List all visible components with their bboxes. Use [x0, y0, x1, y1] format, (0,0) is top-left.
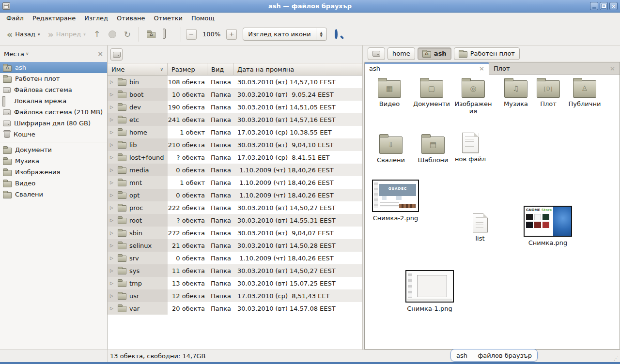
- table-row[interactable]: ▷ proc 222 обекта Папка 30.03.2010 (вт) …: [108, 201, 362, 214]
- stop-button[interactable]: [106, 29, 119, 40]
- zoom-out-button[interactable]: −: [186, 29, 197, 40]
- table-row[interactable]: ▷ sbin 272 обекта Папка 30.03.2010 (вт) …: [108, 227, 362, 239]
- table-row[interactable]: ▷ var 20 обекта Папка 30.03.2010 (вт) 14…: [108, 302, 362, 315]
- folder-music[interactable]: ♫ Музика: [497, 77, 534, 107]
- expander-icon[interactable]: ▷: [110, 205, 115, 210]
- table-row[interactable]: ▷ tmp 13 обекта Папка 30.03.2010 (вт) 15…: [108, 277, 362, 289]
- home-button[interactable]: ⌂: [144, 29, 158, 40]
- sidebar-close-icon[interactable]: ×: [97, 50, 103, 58]
- expander-icon[interactable]: ▷: [110, 155, 115, 160]
- expander-icon[interactable]: ▷: [110, 130, 115, 135]
- breadcrumb-root-button[interactable]: [368, 47, 385, 60]
- file-snimka-1-png[interactable]: Снимка-1.png: [403, 270, 456, 312]
- folder-templates[interactable]: ▤ Шаблони: [413, 134, 453, 164]
- column-header-size[interactable]: Размер: [168, 63, 207, 76]
- back-button[interactable]: « Назад ▾: [4, 29, 43, 40]
- table-row[interactable]: ▷ dev 190 обекта Папка 30.03.2010 (вт) 1…: [108, 101, 362, 113]
- folder-desktop[interactable]: [D] Плот: [533, 77, 563, 107]
- computer-button[interactable]: [160, 28, 176, 40]
- expander-icon[interactable]: ▷: [110, 142, 115, 147]
- expander-icon[interactable]: ▷: [110, 243, 115, 248]
- zoom-in-button[interactable]: +: [226, 29, 237, 40]
- titlebar[interactable]: ash — файлов браузър ×: [0, 0, 620, 13]
- menu-view[interactable]: Изглед: [80, 14, 112, 23]
- resize-grip-icon[interactable]: ⋰: [614, 356, 619, 361]
- search-button[interactable]: [335, 30, 342, 38]
- sidebar-item-downloads[interactable]: Свалени: [0, 189, 107, 200]
- breadcrumb-ash-button[interactable]: ⌂ ash: [418, 47, 451, 60]
- menu-help[interactable]: Помощ: [187, 14, 219, 23]
- table-row[interactable]: ▷ etc 241 обекта Папка 30.03.2010 (вт) 1…: [108, 113, 362, 126]
- reload-button[interactable]: ↻: [121, 29, 134, 40]
- file-new-file[interactable]: нов файл: [453, 133, 488, 163]
- sidebar-item-filesystem[interactable]: Файлова система: [0, 84, 107, 95]
- sidebar-item-pictures[interactable]: Изображения: [0, 167, 107, 178]
- expander-icon[interactable]: ▷: [110, 230, 115, 235]
- expander-icon[interactable]: ▷: [110, 79, 115, 84]
- table-row[interactable]: ▷ boot 10 обекта Папка 30.03.2010 (вт) 9…: [108, 88, 362, 101]
- expander-icon[interactable]: ▷: [110, 180, 115, 185]
- folder-documents[interactable]: ▢ Документи: [409, 77, 454, 107]
- sidebar-item-filesystem-210mb[interactable]: Файлова система (210 MB): [0, 106, 107, 118]
- sidebar-mode-select[interactable]: Места: [4, 50, 24, 58]
- back-history-caret-icon[interactable]: ▾: [38, 32, 40, 37]
- sidebar-item-videos[interactable]: Видео: [0, 178, 107, 189]
- expander-icon[interactable]: ▷: [110, 105, 115, 109]
- sidebar-item-documents[interactable]: Документи: [0, 144, 107, 155]
- menu-file[interactable]: Файл: [2, 14, 28, 23]
- column-header-name[interactable]: Име ∨: [108, 63, 168, 76]
- table-row[interactable]: ▷ sys 11 обекта Папка 30.03.2010 (вт) 14…: [108, 264, 362, 277]
- table-row[interactable]: ▷ mnt 1 обект Папка 1.10.2009 (чт) 18,40…: [108, 176, 362, 189]
- menu-edit[interactable]: Редактиране: [28, 14, 80, 23]
- view-mode-select[interactable]: Изглед като икони ▲▼: [243, 28, 327, 41]
- expander-icon[interactable]: ▷: [110, 117, 115, 122]
- expander-icon[interactable]: ▷: [110, 167, 115, 172]
- expander-icon[interactable]: ▷: [110, 293, 115, 298]
- table-row[interactable]: ▷ selinux 21 обекта Папка 30.03.2010 (вт…: [108, 239, 362, 252]
- breadcrumb-desktop-button[interactable]: Работен плот: [454, 47, 520, 60]
- expander-icon[interactable]: ▷: [110, 193, 115, 197]
- sidebar-mode-caret-icon[interactable]: ∨: [26, 51, 29, 56]
- close-button[interactable]: ×: [609, 2, 618, 10]
- file-snimka-2-png[interactable]: GUADEC Снимка-2.png: [371, 180, 420, 222]
- sidebar-item-local-network[interactable]: Локална мрежа: [0, 95, 107, 106]
- icon-view[interactable]: ▦ Видео ▢ Документи ◎ Изображения ♫ Музи…: [364, 75, 620, 349]
- file-list[interactable]: list: [462, 213, 498, 242]
- sidebar-item-trash[interactable]: Кошче: [0, 129, 107, 140]
- tab-ash[interactable]: ash ×: [364, 62, 489, 75]
- column-header-type[interactable]: Вид: [207, 63, 233, 76]
- table-row[interactable]: ▷ usr 12 обекта Папка 17.03.2010 (ср) 8,…: [108, 289, 362, 302]
- table-row[interactable]: ▷ lost+found ? обекта Папка 17.03.2010 (…: [108, 151, 362, 164]
- expander-icon[interactable]: ▷: [110, 218, 115, 223]
- folder-images[interactable]: ◎ Изображения: [453, 77, 494, 115]
- tab-close-icon[interactable]: ×: [610, 65, 615, 72]
- folder-downloads[interactable]: ⇩ Свалени: [372, 134, 410, 164]
- view-mode-spinner-icon[interactable]: ▲▼: [316, 28, 326, 40]
- minimize-button[interactable]: [590, 2, 598, 10]
- file-snimka-png[interactable]: GNOME Store Снимка.png: [521, 206, 575, 246]
- tab-close-icon[interactable]: ×: [479, 65, 484, 72]
- column-header-date[interactable]: Дата на промяна: [233, 63, 362, 76]
- expander-icon[interactable]: ▷: [110, 92, 115, 97]
- table-row[interactable]: ▷ home 1 обект Папка 17.03.2010 (ср) 10,…: [108, 126, 362, 138]
- table-row[interactable]: ▷ media 0 обекта Папка 1.10.2009 (чт) 18…: [108, 164, 362, 176]
- menu-bookmarks[interactable]: Отметки: [149, 14, 186, 23]
- up-button[interactable]: ↑: [91, 29, 104, 40]
- table-row[interactable]: ▷ opt 0 обекта Папка 1.10.2009 (чт) 18,4…: [108, 189, 362, 201]
- forward-button[interactable]: » Напред ▾: [45, 29, 88, 40]
- tab-plot[interactable]: Плот ×: [489, 62, 620, 75]
- folder-videos[interactable]: ▦ Видео: [369, 77, 410, 107]
- sidebar-item-encrypted-80gb[interactable]: Шифриран дял (80 GB): [0, 118, 107, 129]
- sidebar-item-music[interactable]: Музика: [0, 155, 107, 167]
- menu-go[interactable]: Отиване: [112, 14, 149, 23]
- table-row[interactable]: ▷ srv 0 обекта Папка 1.10.2009 (чт) 18,4…: [108, 252, 362, 264]
- folder-public[interactable]: ♙ Публични: [564, 77, 605, 107]
- table-row[interactable]: ▷ bin 108 обекта Папка 30.03.2010 (вт) 1…: [108, 76, 362, 88]
- table-row[interactable]: ▷ root ? обекта Папка 30.03.2010 (вт) 14…: [108, 214, 362, 227]
- sidebar-item-desktop[interactable]: Работен плот: [0, 73, 107, 84]
- root-location-button[interactable]: [110, 48, 123, 61]
- expander-icon[interactable]: ▷: [110, 306, 115, 311]
- expander-icon[interactable]: ▷: [110, 256, 115, 260]
- table-row[interactable]: ▷ lib 210 обекта Папка 30.03.2010 (вт) 9…: [108, 138, 362, 151]
- breadcrumb-home-button[interactable]: home: [388, 47, 415, 60]
